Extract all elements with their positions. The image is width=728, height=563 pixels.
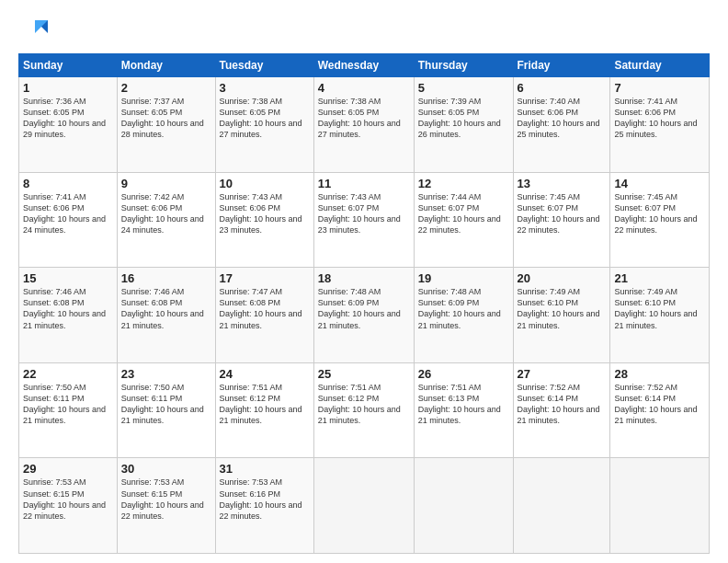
day-number: 1 bbox=[23, 81, 113, 95]
day-info: Sunrise: 7:44 AMSunset: 6:07 PMDaylight:… bbox=[418, 192, 501, 235]
day-number: 12 bbox=[418, 177, 509, 190]
day-info: Sunrise: 7:46 AMSunset: 6:08 PMDaylight:… bbox=[23, 287, 106, 329]
logo-icon bbox=[18, 17, 48, 46]
page: SundayMondayTuesdayWednesdayThursdayFrid… bbox=[0, 0, 728, 563]
day-info: Sunrise: 7:48 AMSunset: 6:09 PMDaylight:… bbox=[318, 287, 401, 329]
calendar-day-cell: 15 Sunrise: 7:46 AMSunset: 6:08 PMDaylig… bbox=[19, 268, 118, 363]
day-info: Sunrise: 7:43 AMSunset: 6:07 PMDaylight:… bbox=[318, 192, 401, 235]
calendar-day-cell: 30 Sunrise: 7:53 AMSunset: 6:15 PMDaylig… bbox=[117, 458, 215, 554]
day-number: 14 bbox=[614, 177, 705, 190]
day-number: 5 bbox=[418, 81, 509, 95]
day-number: 11 bbox=[318, 177, 410, 190]
calendar-day-cell: 18 Sunrise: 7:48 AMSunset: 6:09 PMDaylig… bbox=[313, 268, 414, 363]
day-info: Sunrise: 7:49 AMSunset: 6:10 PMDaylight:… bbox=[614, 287, 697, 329]
day-info: Sunrise: 7:41 AMSunset: 6:06 PMDaylight:… bbox=[23, 192, 106, 235]
dow-header: Monday bbox=[117, 54, 215, 77]
calendar-day-cell: 23 Sunrise: 7:50 AMSunset: 6:11 PMDaylig… bbox=[117, 362, 215, 458]
day-number: 21 bbox=[614, 271, 705, 285]
day-number: 29 bbox=[23, 462, 113, 476]
calendar-body: 1 Sunrise: 7:36 AMSunset: 6:05 PMDayligh… bbox=[19, 77, 710, 554]
day-info: Sunrise: 7:37 AMSunset: 6:05 PMDaylight:… bbox=[121, 97, 204, 139]
calendar-day-cell: 4 Sunrise: 7:38 AMSunset: 6:05 PMDayligh… bbox=[313, 77, 414, 173]
day-number: 22 bbox=[23, 367, 113, 381]
calendar-day-cell: 9 Sunrise: 7:42 AMSunset: 6:06 PMDayligh… bbox=[117, 172, 215, 268]
day-number: 24 bbox=[220, 367, 310, 381]
calendar-week-row: 15 Sunrise: 7:46 AMSunset: 6:08 PMDaylig… bbox=[19, 268, 710, 363]
day-info: Sunrise: 7:53 AMSunset: 6:15 PMDaylight:… bbox=[23, 477, 106, 520]
calendar-day-cell: 14 Sunrise: 7:45 AMSunset: 6:07 PMDaylig… bbox=[610, 172, 710, 268]
calendar-week-row: 29 Sunrise: 7:53 AMSunset: 6:15 PMDaylig… bbox=[19, 458, 710, 554]
calendar-day-cell: 3 Sunrise: 7:38 AMSunset: 6:05 PMDayligh… bbox=[215, 77, 313, 173]
day-info: Sunrise: 7:53 AMSunset: 6:15 PMDaylight:… bbox=[121, 477, 204, 520]
calendar-day-cell: 8 Sunrise: 7:41 AMSunset: 6:06 PMDayligh… bbox=[19, 172, 118, 268]
calendar-day-cell: 31 Sunrise: 7:53 AMSunset: 6:16 PMDaylig… bbox=[215, 458, 313, 554]
calendar-day-cell bbox=[513, 458, 610, 554]
day-number: 8 bbox=[23, 177, 113, 190]
day-info: Sunrise: 7:42 AMSunset: 6:06 PMDaylight:… bbox=[121, 192, 204, 235]
day-info: Sunrise: 7:45 AMSunset: 6:07 PMDaylight:… bbox=[518, 192, 600, 235]
day-number: 7 bbox=[614, 81, 705, 95]
day-number: 23 bbox=[121, 367, 211, 381]
calendar-day-cell: 1 Sunrise: 7:36 AMSunset: 6:05 PMDayligh… bbox=[19, 77, 118, 173]
day-info: Sunrise: 7:49 AMSunset: 6:10 PMDaylight:… bbox=[518, 287, 600, 329]
day-number: 9 bbox=[121, 177, 211, 190]
day-number: 20 bbox=[518, 271, 607, 285]
day-info: Sunrise: 7:48 AMSunset: 6:09 PMDaylight:… bbox=[418, 287, 501, 329]
dow-header: Friday bbox=[513, 54, 610, 77]
dow-header: Sunday bbox=[19, 54, 118, 77]
calendar-day-cell: 28 Sunrise: 7:52 AMSunset: 6:14 PMDaylig… bbox=[610, 362, 710, 458]
day-info: Sunrise: 7:45 AMSunset: 6:07 PMDaylight:… bbox=[614, 192, 697, 235]
day-number: 31 bbox=[220, 462, 310, 476]
calendar-day-cell: 10 Sunrise: 7:43 AMSunset: 6:06 PMDaylig… bbox=[215, 172, 313, 268]
day-info: Sunrise: 7:46 AMSunset: 6:08 PMDaylight:… bbox=[121, 287, 204, 329]
calendar-day-cell: 25 Sunrise: 7:51 AMSunset: 6:12 PMDaylig… bbox=[313, 362, 414, 458]
calendar-day-cell: 7 Sunrise: 7:41 AMSunset: 6:06 PMDayligh… bbox=[610, 77, 710, 173]
calendar-day-cell: 24 Sunrise: 7:51 AMSunset: 6:12 PMDaylig… bbox=[215, 362, 313, 458]
day-info: Sunrise: 7:51 AMSunset: 6:12 PMDaylight:… bbox=[220, 383, 302, 425]
day-info: Sunrise: 7:53 AMSunset: 6:16 PMDaylight:… bbox=[220, 477, 302, 520]
calendar-week-row: 1 Sunrise: 7:36 AMSunset: 6:05 PMDayligh… bbox=[19, 77, 710, 173]
calendar-day-cell bbox=[414, 458, 513, 554]
calendar-day-cell: 11 Sunrise: 7:43 AMSunset: 6:07 PMDaylig… bbox=[313, 172, 414, 268]
calendar-day-cell: 21 Sunrise: 7:49 AMSunset: 6:10 PMDaylig… bbox=[610, 268, 710, 363]
day-number: 28 bbox=[614, 367, 705, 381]
day-number: 19 bbox=[418, 271, 509, 285]
days-of-week-row: SundayMondayTuesdayWednesdayThursdayFrid… bbox=[19, 54, 710, 77]
calendar-day-cell: 22 Sunrise: 7:50 AMSunset: 6:11 PMDaylig… bbox=[19, 362, 118, 458]
calendar-week-row: 22 Sunrise: 7:50 AMSunset: 6:11 PMDaylig… bbox=[19, 362, 710, 458]
day-info: Sunrise: 7:51 AMSunset: 6:13 PMDaylight:… bbox=[418, 383, 501, 425]
dow-header: Wednesday bbox=[313, 54, 414, 77]
calendar-day-cell: 5 Sunrise: 7:39 AMSunset: 6:05 PMDayligh… bbox=[414, 77, 513, 173]
day-number: 16 bbox=[121, 271, 211, 285]
calendar-day-cell: 27 Sunrise: 7:52 AMSunset: 6:14 PMDaylig… bbox=[513, 362, 610, 458]
day-number: 2 bbox=[121, 81, 211, 95]
calendar-week-row: 8 Sunrise: 7:41 AMSunset: 6:06 PMDayligh… bbox=[19, 172, 710, 268]
day-number: 27 bbox=[518, 367, 607, 381]
day-info: Sunrise: 7:39 AMSunset: 6:05 PMDaylight:… bbox=[418, 97, 501, 139]
calendar-day-cell: 19 Sunrise: 7:48 AMSunset: 6:09 PMDaylig… bbox=[414, 268, 513, 363]
day-number: 18 bbox=[318, 271, 410, 285]
calendar-day-cell: 17 Sunrise: 7:47 AMSunset: 6:08 PMDaylig… bbox=[215, 268, 313, 363]
calendar-table: SundayMondayTuesdayWednesdayThursdayFrid… bbox=[18, 53, 710, 554]
day-number: 3 bbox=[220, 81, 310, 95]
day-info: Sunrise: 7:43 AMSunset: 6:06 PMDaylight:… bbox=[220, 192, 302, 235]
day-number: 10 bbox=[220, 177, 310, 190]
day-number: 17 bbox=[220, 271, 310, 285]
calendar-day-cell: 26 Sunrise: 7:51 AMSunset: 6:13 PMDaylig… bbox=[414, 362, 513, 458]
logo bbox=[18, 17, 51, 46]
day-number: 13 bbox=[518, 177, 607, 190]
day-info: Sunrise: 7:50 AMSunset: 6:11 PMDaylight:… bbox=[23, 383, 106, 425]
calendar-day-cell bbox=[313, 458, 414, 554]
day-info: Sunrise: 7:38 AMSunset: 6:05 PMDaylight:… bbox=[318, 97, 401, 139]
day-info: Sunrise: 7:50 AMSunset: 6:11 PMDaylight:… bbox=[121, 383, 204, 425]
dow-header: Thursday bbox=[414, 54, 513, 77]
day-info: Sunrise: 7:36 AMSunset: 6:05 PMDaylight:… bbox=[23, 97, 106, 139]
calendar-day-cell bbox=[610, 458, 710, 554]
dow-header: Saturday bbox=[610, 54, 710, 77]
day-info: Sunrise: 7:38 AMSunset: 6:05 PMDaylight:… bbox=[220, 97, 302, 139]
day-number: 26 bbox=[418, 367, 509, 381]
calendar-day-cell: 16 Sunrise: 7:46 AMSunset: 6:08 PMDaylig… bbox=[117, 268, 215, 363]
day-number: 30 bbox=[121, 462, 211, 476]
day-number: 25 bbox=[318, 367, 410, 381]
day-number: 6 bbox=[518, 81, 607, 95]
